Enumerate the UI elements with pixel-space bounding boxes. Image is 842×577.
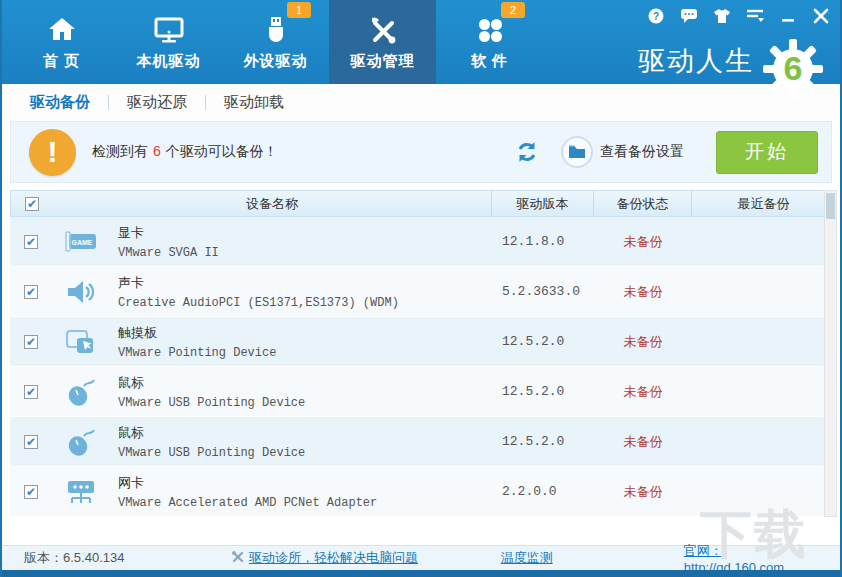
graphics-card-icon: GAME [64, 225, 98, 259]
device-name: VMware Accelerated AMD PCNet Adapter [118, 496, 377, 510]
row-checkbox[interactable]: ✔ [24, 435, 38, 449]
header-bar: 首 页 本机驱动 1 外设驱动 驱动管理 [0, 0, 842, 84]
table-row-graphics-card[interactable]: ✔ GAME 显卡 VMware SVGA II 12.1.8.0 未备份 [10, 217, 836, 267]
svg-text:GAME: GAME [72, 238, 93, 245]
column-header-last-backup[interactable]: 最近备份 [691, 191, 835, 216]
refresh-icon[interactable] [515, 140, 539, 164]
nav-label-local-drivers: 本机驱动 [137, 52, 201, 71]
tab-driver-uninstall[interactable]: 驱动卸载 [206, 93, 302, 112]
monitor-icon [152, 12, 186, 48]
driver-version: 5.2.3633.0 [492, 267, 594, 316]
feedback-icon[interactable] [680, 8, 698, 24]
alert-actions: 查看备份设置 开始 [515, 131, 831, 174]
select-all-checkbox[interactable]: ✔ [25, 197, 39, 211]
table-row-touchpad[interactable]: ✔ 触摸板 VMware Pointing Device 12.5.2.0 未备… [10, 317, 836, 367]
device-name: VMware USB Pointing Device [118, 396, 305, 410]
temperature-monitor-link[interactable]: 温度监测 [501, 550, 553, 565]
device-name: VMware SVGA II [118, 246, 219, 260]
driver-clinic-group: 驱动诊所，轻松解决电脑问题 [231, 549, 501, 567]
scrollbar-thumb[interactable] [826, 193, 835, 219]
sub-tab-strip: 驱动备份 驱动还原 驱动卸载 [2, 84, 840, 121]
device-name: VMware Pointing Device [118, 346, 276, 360]
menu-icon[interactable] [746, 8, 764, 24]
driver-version: 12.5.2.0 [492, 417, 594, 466]
row-checkbox[interactable]: ✔ [24, 485, 38, 499]
minimize-icon[interactable] [779, 8, 797, 24]
mouse-icon [64, 375, 98, 409]
tools-icon [366, 12, 400, 48]
nav-label-software: 软 件 [471, 52, 508, 71]
nav-label-driver-management: 驱动管理 [351, 52, 415, 71]
last-backup [692, 267, 836, 316]
device-name: VMware USB Pointing Device [118, 446, 305, 460]
last-backup [692, 467, 836, 516]
driver-version: 2.2.0.0 [492, 467, 594, 516]
app-logo-text: 驱动人生 [638, 43, 754, 79]
app-logo: 驱动人生 [638, 38, 824, 84]
gear-logo-icon: 6 [762, 38, 824, 100]
touchpad-icon [64, 325, 98, 359]
skin-icon[interactable] [713, 8, 731, 24]
window-controls: ? [647, 8, 830, 24]
sound-card-icon [64, 275, 98, 309]
backup-status: 未备份 [594, 417, 692, 466]
network-card-icon [64, 475, 98, 509]
svg-text:?: ? [653, 11, 659, 22]
nav-item-local-drivers[interactable]: 本机驱动 [115, 0, 222, 84]
tab-driver-restore[interactable]: 驱动还原 [109, 93, 205, 112]
device-type: 鼠标 [118, 374, 305, 392]
driver-version: 12.5.2.0 [492, 317, 594, 366]
start-backup-button[interactable]: 开始 [716, 131, 818, 174]
table-row-sound-card[interactable]: ✔ 声卡 Creative AudioPCI (ES1371,ES1373) (… [10, 267, 836, 317]
nav-item-software[interactable]: 2 软 件 [436, 0, 543, 84]
backup-alert-bar: ! 检测到有6个驱动可以备份！ 查看备份设置 开始 [10, 121, 832, 183]
table-row-mouse[interactable]: ✔ 鼠标 VMware USB Pointing Device 12.5.2.0… [10, 417, 836, 467]
table-row-mouse[interactable]: ✔ 鼠标 VMware USB Pointing Device 12.5.2.0… [10, 367, 836, 417]
backup-folder-icon[interactable] [561, 136, 593, 168]
nav-item-driver-management[interactable]: 驱动管理 [329, 0, 436, 84]
device-type: 显卡 [118, 224, 219, 242]
nav-label-home: 首 页 [43, 52, 80, 71]
drivers-table: ✔ 设备名称 驱动版本 备份状态 最近备份 ✔ GAME 显卡 VMware S… [10, 190, 836, 517]
peripheral-badge-count: 1 [287, 2, 311, 18]
help-icon[interactable]: ? [647, 8, 665, 24]
column-header-backup-status[interactable]: 备份状态 [593, 191, 691, 216]
row-checkbox[interactable]: ✔ [24, 285, 38, 299]
main-nav: 首 页 本机驱动 1 外设驱动 驱动管理 [8, 0, 543, 84]
driver-version: 12.1.8.0 [492, 217, 594, 266]
device-type: 网卡 [118, 474, 377, 492]
logo-version-number: 6 [762, 38, 824, 100]
nav-item-peripheral-drivers[interactable]: 1 外设驱动 [222, 0, 329, 84]
last-backup [692, 317, 836, 366]
table-header-row: ✔ 设备名称 驱动版本 备份状态 最近备份 [10, 190, 836, 217]
last-backup [692, 367, 836, 416]
column-header-driver-version[interactable]: 驱动版本 [491, 191, 593, 216]
usb-icon [260, 12, 292, 48]
apps-icon [474, 12, 506, 48]
app-version-label: 版本：6.5.40.134 [24, 549, 231, 567]
column-header-device-name[interactable]: 设备名称 [53, 195, 491, 213]
footer-bar: 版本：6.5.40.134 驱动诊所，轻松解决电脑问题 温度监测 官网：http… [2, 545, 840, 570]
home-icon [46, 12, 78, 48]
table-scrollbar[interactable] [824, 190, 837, 517]
row-checkbox[interactable]: ✔ [24, 385, 38, 399]
alert-message-suffix: 个驱动可以备份！ [166, 143, 278, 159]
driver-count: 6 [148, 143, 166, 159]
row-checkbox[interactable]: ✔ [24, 335, 38, 349]
nav-item-home[interactable]: 首 页 [8, 0, 115, 84]
table-row-network-card[interactable]: ✔ 网卡 VMware Accelerated AMD PCNet Adapte… [10, 467, 836, 517]
driver-clinic-link[interactable]: 驱动诊所，轻松解决电脑问题 [249, 549, 418, 567]
tab-driver-backup[interactable]: 驱动备份 [12, 93, 108, 112]
close-icon[interactable] [812, 8, 830, 24]
software-badge-count: 2 [501, 2, 525, 18]
last-backup [692, 417, 836, 466]
view-backup-settings-link[interactable]: 查看备份设置 [600, 143, 684, 161]
device-name: Creative AudioPCI (ES1371,ES1373) (WDM) [118, 296, 399, 310]
window-bottom-edge [0, 570, 842, 577]
nav-label-peripheral-drivers: 外设驱动 [244, 52, 308, 71]
driver-version: 12.5.2.0 [492, 367, 594, 416]
clinic-tools-icon [231, 550, 245, 567]
row-checkbox[interactable]: ✔ [24, 235, 38, 249]
backup-status: 未备份 [594, 467, 692, 516]
backup-status: 未备份 [594, 367, 692, 416]
